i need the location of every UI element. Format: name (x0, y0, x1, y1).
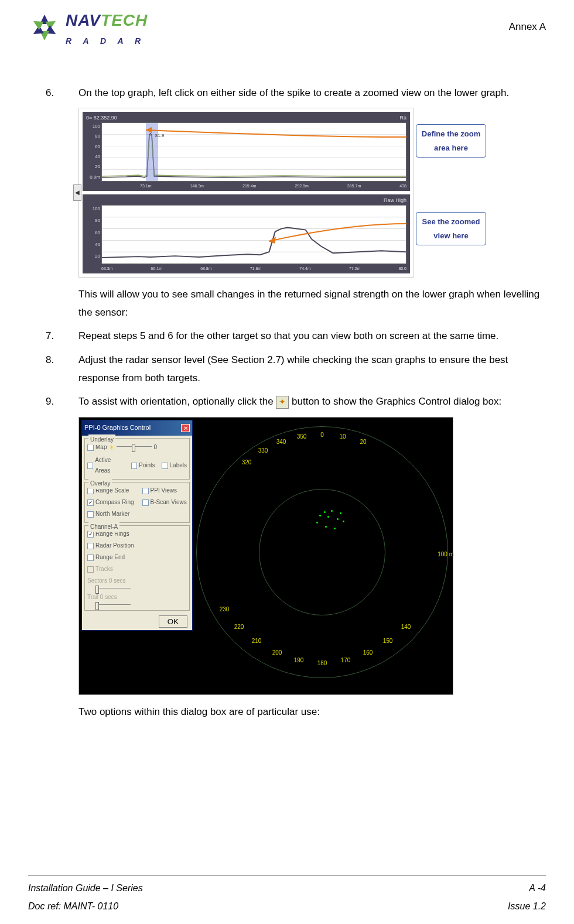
footer-doc-ref: Doc ref: MAINT- 0110 (28, 898, 118, 915)
step-text: Repeat steps 5 and 6 for the other targe… (78, 327, 546, 345)
bscan-views-checkbox[interactable] (142, 499, 149, 506)
compass-tick: 230 (220, 604, 230, 615)
map-checkbox[interactable] (87, 444, 94, 451)
step-number: 7. (46, 327, 78, 345)
radar-blip (325, 526, 327, 528)
checkbox-label: Radar Position (95, 540, 134, 551)
ppi-views-checkbox[interactable] (142, 488, 149, 494)
page-footer: Installation Guide – I Series A -4 Doc r… (28, 875, 546, 915)
step-text: Adjust the radar sensor level (See Secti… (78, 351, 546, 387)
compass-tick: 220 (234, 622, 244, 632)
active-areas-checkbox[interactable] (87, 463, 93, 469)
annex-label: Annex A (509, 18, 546, 36)
trail-slider (95, 604, 131, 607)
compass-tick: 140 (401, 622, 411, 632)
ok-button[interactable]: OK (159, 615, 187, 628)
channel-fieldset: Channel-A ✓Range Rings Radar Position Ra… (84, 525, 190, 611)
compass-tick: 350 (297, 432, 307, 442)
compass-tick: 200 (272, 648, 282, 658)
step-text: To assist with orientation, optionally c… (78, 393, 546, 411)
range-end-checkbox[interactable] (87, 555, 94, 561)
svg-marker-8 (146, 127, 152, 133)
checkbox-label: Compass Ring (95, 497, 134, 508)
fieldset-legend: Channel-A (88, 522, 119, 532)
step-followup-text: Two options within this dialog box are o… (78, 703, 546, 721)
dialog-titlebar[interactable]: PPI-0 Graphics Control ✕ (82, 420, 192, 436)
radar-blip (343, 521, 344, 522)
compass-tick: 20 (360, 437, 366, 447)
fieldset-legend: Underlay (88, 434, 115, 445)
compass-tick: 320 (242, 457, 252, 468)
checkbox-label: North Marker (95, 509, 129, 519)
trail-label: Trail 0 secs (87, 592, 117, 603)
radar-position-checkbox[interactable] (87, 543, 94, 549)
footer-issue: Issue 1.2 (508, 898, 546, 915)
radar-blip (316, 522, 318, 523)
radar-blip (334, 528, 336, 529)
radar-blip (327, 516, 329, 518)
overlay-fieldset: Overlay Range Scale ✓Compass Ring North … (84, 482, 190, 523)
logo-nav-text: NAV (66, 11, 101, 29)
logo: NAVTECH R A D A R (28, 6, 148, 49)
callout-see-zoomed: See the zoomed view here (416, 212, 486, 245)
range-ring-label: 100 m (438, 549, 454, 560)
figure-zoom-graphs: ◀ 0= 82:352.90Ra 100806040200.9m 81.9 (78, 108, 414, 278)
dialog-title: PPI-0 Graphics Control (84, 422, 151, 434)
radar-blip (331, 510, 333, 512)
checkbox-label: Labels (170, 460, 187, 471)
page-header: NAVTECH R A D A R Annex A (28, 6, 546, 49)
compass-tick: 180 (317, 658, 327, 669)
step-followup-text: This will allow you to see small changes… (78, 286, 546, 321)
radar-blip (337, 518, 339, 520)
checkbox-label: Active Areas (95, 455, 124, 476)
fieldset-legend: Overlay (88, 478, 112, 489)
compass-tick: 150 (383, 636, 393, 646)
step-number: 6. (46, 84, 78, 102)
logo-tech-text: TECH (101, 11, 148, 29)
graphics-control-dialog[interactable]: PPI-0 Graphics Control ✕ Underlay Map ☀ … (81, 420, 193, 631)
underlay-fieldset: Underlay Map ☀ 0 Active Areas Points Lab… (84, 438, 190, 480)
points-checkbox[interactable] (131, 463, 137, 469)
north-marker-checkbox[interactable] (87, 511, 94, 518)
compass-tick: 0 (320, 430, 324, 440)
step-number: 8. (46, 351, 78, 387)
brightness-slider[interactable] (117, 446, 152, 449)
radar-blip (319, 515, 321, 516)
compass-tick: 330 (258, 446, 268, 456)
sectors-label: Sectors 0 secs (87, 576, 126, 586)
checkbox-label: Points (139, 460, 155, 471)
logo-radar-text: R A D A R (66, 34, 148, 49)
logo-icon (28, 11, 61, 44)
checkbox-label: PPI Views (151, 485, 177, 496)
close-button[interactable]: ✕ (181, 424, 190, 432)
compass-tick: 340 (276, 437, 286, 447)
slider-value: 0 (153, 442, 157, 453)
compass-tick: 210 (252, 636, 262, 646)
callout-define-zoom: Define the zoom area here (416, 124, 486, 158)
checkbox-label: Range End (95, 552, 125, 563)
labels-checkbox[interactable] (162, 463, 168, 469)
checkbox-label: Tracks (95, 564, 113, 574)
footer-doc-title: Installation Guide – I Series (28, 880, 143, 897)
svg-marker-9 (269, 237, 276, 244)
compass-tick: 170 (341, 655, 351, 666)
sectors-slider (95, 588, 131, 590)
compass-ring-checkbox[interactable]: ✓ (87, 499, 94, 506)
figure-ppi-dialog: 0 10 20 350 340 330 320 140 150 160 170 … (78, 417, 453, 695)
step-text: On the top graph, left click on either s… (78, 84, 546, 102)
compass-tick: 160 (363, 648, 373, 658)
graphics-control-icon[interactable] (276, 396, 289, 409)
checkbox-label: B-Scan Views (151, 497, 187, 508)
step-number: 9. (46, 393, 78, 411)
tracks-checkbox (87, 566, 94, 573)
radar-ppi-view[interactable]: 0 10 20 350 340 330 320 140 150 160 170 … (190, 417, 453, 694)
radar-blip (340, 512, 341, 514)
footer-page-number: A -4 (529, 880, 546, 897)
compass-tick: 10 (339, 432, 346, 442)
radar-blip (324, 511, 326, 513)
compass-tick: 190 (294, 655, 304, 666)
